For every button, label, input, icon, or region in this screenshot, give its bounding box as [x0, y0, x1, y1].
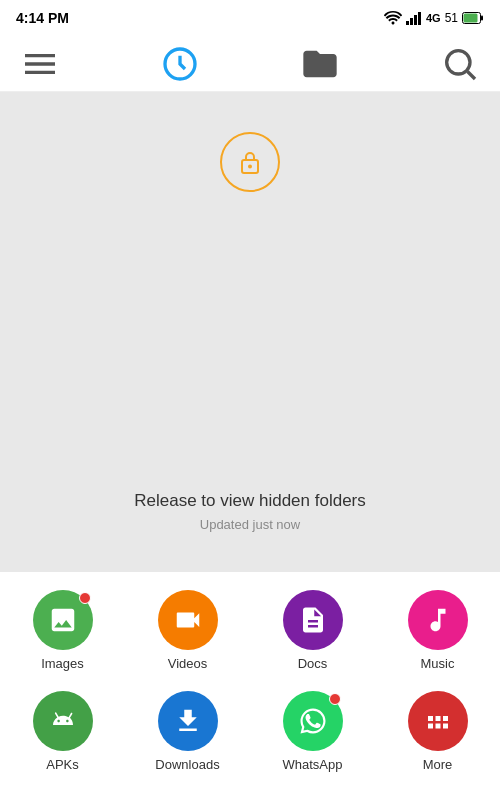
music-icon	[423, 605, 453, 635]
docs-icon-bg	[283, 590, 343, 650]
grid-item-music[interactable]: Music	[375, 584, 500, 677]
grid-item-downloads[interactable]: Downloads	[125, 685, 250, 778]
whatsapp-icon-bg	[283, 691, 343, 751]
more-label: More	[423, 757, 453, 772]
apks-icon	[48, 706, 78, 736]
videos-icon	[173, 605, 203, 635]
more-icon-bg	[408, 691, 468, 751]
svg-rect-6	[481, 16, 483, 21]
wifi-icon	[384, 11, 402, 25]
svg-rect-5	[464, 14, 478, 23]
grid-item-images[interactable]: Images	[0, 584, 125, 677]
images-label: Images	[41, 656, 84, 671]
signal-icon	[406, 11, 422, 25]
folder-icon	[300, 44, 340, 84]
top-nav	[0, 36, 500, 92]
network-type: 4G	[426, 12, 441, 24]
folder-button[interactable]	[300, 44, 340, 84]
videos-icon-bg	[158, 590, 218, 650]
main-area: Release to view hidden folders Updated j…	[0, 92, 500, 572]
grid-item-whatsapp[interactable]: WhatsApp	[250, 685, 375, 778]
status-icons: 4G 51	[384, 11, 484, 25]
more-icon	[423, 706, 453, 736]
svg-rect-0	[406, 21, 409, 25]
status-bar: 4:14 PM 4G 51	[0, 0, 500, 36]
updated-text: Updated just now	[200, 517, 300, 532]
downloads-icon-bg	[158, 691, 218, 751]
downloads-label: Downloads	[155, 757, 219, 772]
bottom-grid: Images Videos Docs Music	[0, 572, 500, 786]
videos-label: Videos	[168, 656, 208, 671]
svg-point-11	[248, 165, 252, 169]
lock-icon	[237, 148, 263, 176]
images-badge	[79, 592, 91, 604]
grid-item-more[interactable]: More	[375, 685, 500, 778]
svg-rect-2	[414, 15, 417, 25]
release-text: Release to view hidden folders	[134, 491, 366, 511]
svg-rect-3	[418, 12, 421, 25]
search-icon	[440, 44, 480, 84]
apks-label: APKs	[46, 757, 79, 772]
apks-icon-bg	[33, 691, 93, 751]
music-icon-bg	[408, 590, 468, 650]
whatsapp-label: WhatsApp	[283, 757, 343, 772]
whatsapp-badge	[329, 693, 341, 705]
docs-label: Docs	[298, 656, 328, 671]
grid-item-docs[interactable]: Docs	[250, 584, 375, 677]
lock-circle	[220, 132, 280, 192]
battery-icon	[462, 12, 484, 24]
battery-level: 51	[445, 11, 458, 25]
status-time: 4:14 PM	[16, 10, 69, 26]
history-icon	[160, 44, 200, 84]
docs-icon	[298, 605, 328, 635]
images-icon	[48, 605, 78, 635]
svg-point-8	[447, 50, 470, 73]
images-icon-bg	[33, 590, 93, 650]
grid-item-videos[interactable]: Videos	[125, 584, 250, 677]
svg-rect-1	[410, 18, 413, 25]
downloads-icon	[173, 706, 203, 736]
grid-item-apks[interactable]: APKs	[0, 685, 125, 778]
history-button[interactable]	[160, 44, 200, 84]
whatsapp-icon	[298, 706, 328, 736]
hamburger-button[interactable]	[20, 44, 60, 84]
hamburger-icon	[20, 44, 60, 84]
music-label: Music	[421, 656, 455, 671]
svg-line-9	[468, 71, 476, 79]
search-button[interactable]	[440, 44, 480, 84]
